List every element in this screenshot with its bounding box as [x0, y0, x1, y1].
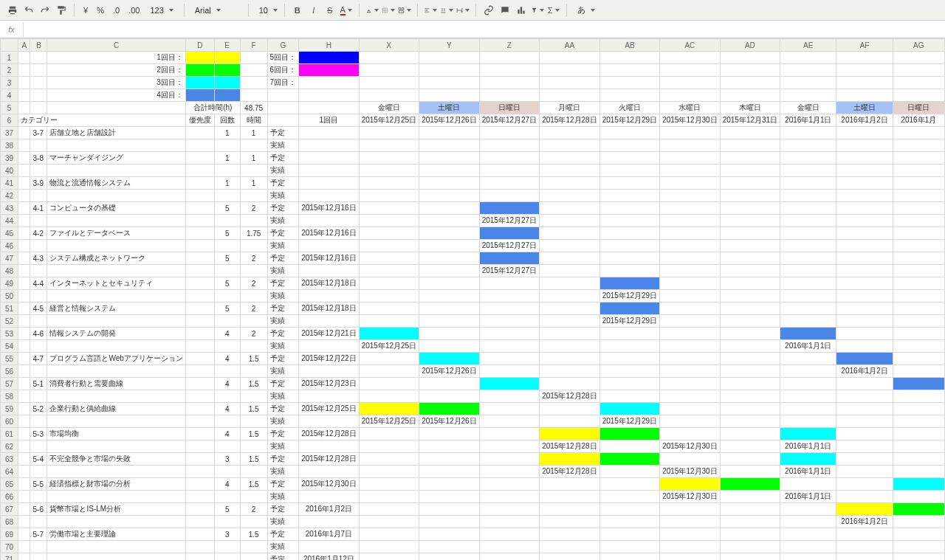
cell-AC[interactable] [660, 478, 721, 491]
cell[interactable] [185, 466, 214, 478]
dow-AD[interactable]: 木曜日 [720, 102, 780, 114]
cell-Y[interactable] [419, 240, 480, 252]
legend-label-2[interactable]: 2回目： [47, 64, 185, 77]
cell[interactable] [18, 265, 30, 277]
undo-icon[interactable] [22, 4, 35, 17]
cell[interactable] [18, 240, 30, 252]
cell-AG[interactable] [893, 227, 944, 240]
col-header-F[interactable]: F [240, 39, 267, 52]
cell-AB[interactable] [599, 478, 660, 491]
cell-AD[interactable] [720, 491, 780, 503]
col-header-AC[interactable]: AC [660, 39, 721, 52]
halign-button[interactable] [424, 4, 437, 17]
cell-AG[interactable] [893, 277, 944, 290]
row-header-69[interactable]: 69 [1, 528, 18, 541]
cell-AA[interactable] [540, 277, 600, 290]
legend-color2-2[interactable] [299, 64, 360, 77]
row-header-40[interactable]: 40 [1, 165, 18, 177]
cell-AF[interactable] [836, 553, 893, 561]
cell[interactable] [30, 390, 47, 403]
cell[interactable]: 4 [214, 353, 240, 365]
col-header-Y[interactable]: Y [419, 39, 480, 52]
name-39[interactable]: マーチャンダイジング [47, 152, 185, 165]
cell-Y[interactable] [419, 440, 480, 453]
cell[interactable] [18, 403, 30, 415]
cell[interactable]: 2015年12月16日 [299, 252, 360, 265]
actual-label[interactable]: 実績 [267, 340, 299, 353]
cell-Z[interactable] [479, 365, 540, 378]
cell-Y[interactable] [419, 478, 480, 491]
cell-Z[interactable] [479, 378, 540, 390]
cell-AG[interactable] [893, 328, 944, 340]
cell[interactable] [18, 328, 30, 340]
name-37[interactable]: 店舗立地と店舗設計 [47, 127, 185, 139]
code-41[interactable]: 3-9 [30, 177, 47, 190]
row-header-52[interactable]: 52 [1, 315, 18, 328]
cell-AA[interactable] [540, 365, 600, 378]
cell-AE[interactable] [780, 127, 836, 139]
cell-AF[interactable] [836, 503, 893, 516]
plan-label[interactable]: 予定 [267, 328, 299, 340]
cell-AF[interactable] [836, 328, 893, 340]
cell[interactable] [240, 541, 267, 553]
row-header-47[interactable]: 47 [1, 252, 18, 265]
plan-label[interactable]: 予定 [267, 177, 299, 190]
cell[interactable] [18, 139, 30, 152]
cell-F[interactable] [240, 52, 267, 64]
cell-AC[interactable] [660, 290, 721, 303]
cell-AF[interactable] [836, 64, 893, 77]
cell[interactable] [30, 466, 47, 478]
cell-Z[interactable]: 2015年12月27日 [479, 240, 540, 252]
cell-AA[interactable] [540, 528, 600, 541]
cell-AC[interactable] [660, 428, 721, 440]
cell-AC[interactable] [660, 365, 721, 378]
print-icon[interactable] [6, 4, 19, 17]
cell-AD[interactable] [720, 52, 780, 64]
cell[interactable] [18, 478, 30, 491]
cell-AG[interactable] [893, 252, 944, 265]
cell-Z[interactable] [479, 478, 540, 491]
cell-AA[interactable] [540, 227, 600, 240]
cell-AG[interactable] [893, 491, 944, 503]
cell-AB[interactable]: 2015年12月29日 [599, 290, 660, 303]
currency-button[interactable]: ¥ [80, 6, 91, 15]
cell-X[interactable] [359, 478, 419, 491]
cell[interactable] [214, 315, 240, 328]
cell-AC[interactable] [660, 190, 721, 202]
cell-AG[interactable] [893, 553, 944, 561]
cell-AC[interactable] [660, 303, 721, 315]
cell[interactable] [214, 290, 240, 303]
cell-Z[interactable] [479, 177, 540, 190]
cell[interactable] [185, 478, 214, 491]
cell[interactable]: 2015年12月21日 [299, 328, 360, 340]
time-header[interactable]: 時間 [240, 114, 267, 127]
cell-F[interactable] [240, 64, 267, 77]
plan-label[interactable]: 予定 [267, 152, 299, 165]
cell-AD[interactable] [720, 303, 780, 315]
cell-AF[interactable] [836, 265, 893, 277]
cell-Y[interactable] [419, 303, 480, 315]
cell-Y[interactable] [419, 453, 480, 466]
cell[interactable] [47, 290, 185, 303]
cell-X[interactable] [359, 516, 419, 528]
cell-Y[interactable] [419, 503, 480, 516]
cell-AC[interactable] [660, 240, 721, 252]
count-header[interactable]: 回数 [214, 114, 240, 127]
cell-AA[interactable] [540, 139, 600, 152]
cell[interactable] [18, 127, 30, 139]
date-X[interactable]: 2015年12月25日 [359, 114, 419, 127]
cell-Z[interactable] [479, 541, 540, 553]
cell[interactable] [185, 453, 214, 466]
date-AE[interactable]: 2016年1月1日 [780, 114, 836, 127]
row-header-66[interactable]: 66 [1, 491, 18, 503]
cell[interactable] [185, 127, 214, 139]
cell-AC[interactable] [660, 516, 721, 528]
actual-label[interactable]: 実績 [267, 466, 299, 478]
cell[interactable] [18, 528, 30, 541]
decrease-decimal-button[interactable]: .0 [110, 6, 123, 15]
cell[interactable] [214, 440, 240, 453]
cell[interactable] [185, 553, 214, 561]
cell-AG[interactable] [893, 315, 944, 328]
cell-AB[interactable] [599, 240, 660, 252]
spreadsheet-grid[interactable]: ABCDEFGHXYZAAABACADAEAFAG 11回目：5回目：22回目：… [0, 38, 945, 560]
